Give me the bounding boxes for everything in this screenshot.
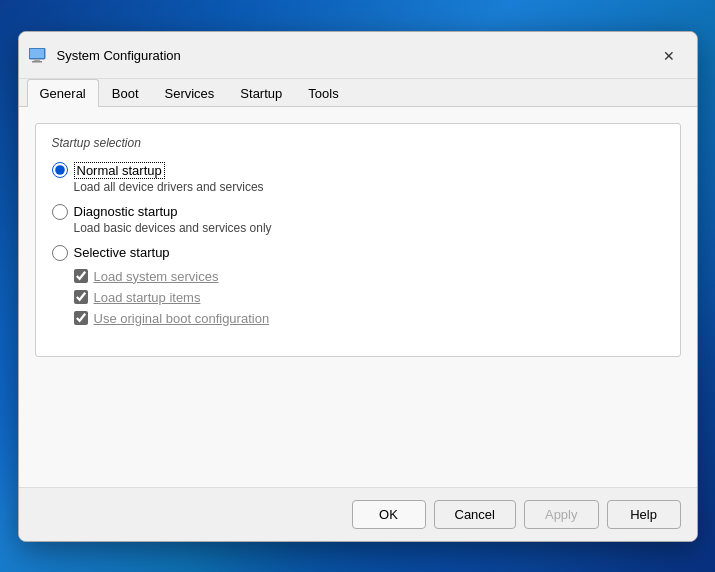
dialog-icon: [29, 48, 49, 64]
diagnostic-startup-desc: Load basic devices and services only: [74, 221, 664, 235]
selective-options-group: Load system services Load startup items …: [74, 269, 664, 326]
normal-startup-radio[interactable]: [52, 162, 68, 178]
tab-startup[interactable]: Startup: [227, 79, 295, 107]
svg-rect-2: [34, 59, 40, 61]
load-startup-items-row: Load startup items: [74, 290, 664, 305]
diagnostic-startup-label: Diagnostic startup: [74, 204, 178, 219]
normal-startup-option: Normal startup Load all device drivers a…: [52, 162, 664, 194]
tab-bar: General Boot Services Startup Tools: [19, 79, 697, 107]
footer: OK Cancel Apply Help: [19, 487, 697, 541]
dialog-title: System Configuration: [57, 48, 655, 63]
svg-rect-3: [32, 61, 42, 63]
apply-button[interactable]: Apply: [524, 500, 599, 529]
use-original-boot-label: Use original boot configuration: [94, 311, 270, 326]
tab-tools[interactable]: Tools: [295, 79, 351, 107]
tab-services[interactable]: Services: [152, 79, 228, 107]
use-original-boot-checkbox[interactable]: [74, 311, 88, 325]
ok-button[interactable]: OK: [352, 500, 426, 529]
diagnostic-startup-option: Diagnostic startup Load basic devices an…: [52, 204, 664, 235]
load-system-services-row: Load system services: [74, 269, 664, 284]
use-original-boot-row: Use original boot configuration: [74, 311, 664, 326]
selective-startup-option: Selective startup Load system services L…: [52, 245, 664, 326]
tab-general[interactable]: General: [27, 79, 99, 107]
startup-selection-group: Startup selection Normal startup Load al…: [35, 123, 681, 357]
system-config-dialog: System Configuration ✕ General Boot Serv…: [18, 31, 698, 542]
diagnostic-startup-radio[interactable]: [52, 204, 68, 220]
normal-startup-desc: Load all device drivers and services: [74, 180, 664, 194]
load-system-services-label: Load system services: [94, 269, 219, 284]
tab-boot[interactable]: Boot: [99, 79, 152, 107]
help-button[interactable]: Help: [607, 500, 681, 529]
svg-rect-1: [30, 49, 44, 58]
load-startup-items-checkbox[interactable]: [74, 290, 88, 304]
load-system-services-checkbox[interactable]: [74, 269, 88, 283]
selective-startup-radio[interactable]: [52, 245, 68, 261]
close-button[interactable]: ✕: [655, 42, 683, 70]
cancel-button[interactable]: Cancel: [434, 500, 516, 529]
group-label: Startup selection: [52, 136, 664, 150]
diagnostic-startup-row[interactable]: Diagnostic startup: [52, 204, 664, 220]
titlebar: System Configuration ✕: [19, 32, 697, 79]
selective-startup-row[interactable]: Selective startup: [52, 245, 664, 261]
normal-startup-label: Normal startup: [74, 162, 165, 179]
load-startup-items-label: Load startup items: [94, 290, 201, 305]
content-area: Startup selection Normal startup Load al…: [19, 107, 697, 487]
selective-startup-label: Selective startup: [74, 245, 170, 260]
normal-startup-row[interactable]: Normal startup: [52, 162, 664, 179]
